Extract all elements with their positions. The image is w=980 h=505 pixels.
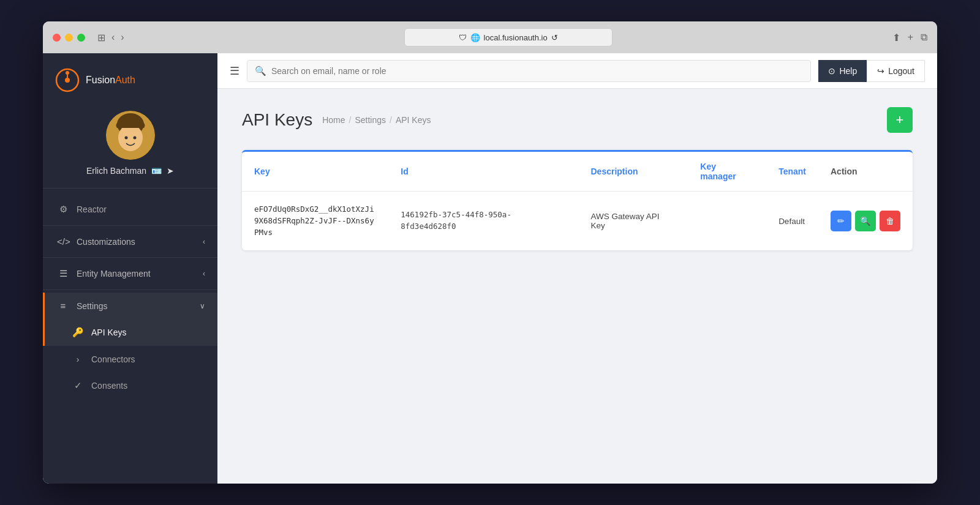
- browser-controls: ⊞ ‹ ›: [97, 32, 124, 43]
- table-header: Key Id Description Key manager Tenant Ac…: [242, 152, 913, 192]
- browser-toolbar: ⊞ ‹ › 🛡 🌐 local.fusionauth.io ↺ ⬆ + ⧉: [43, 21, 937, 53]
- add-icon: +: [896, 112, 904, 128]
- nav-divider-top: [43, 188, 217, 189]
- top-bar: ☰ 🔍 ⊙ Help ↪ Logout: [217, 53, 937, 89]
- svg-point-8: [124, 137, 127, 140]
- sidebar-item-entity-management[interactable]: ☰ Entity Management ‹: [43, 260, 217, 287]
- nav-divider-1: [43, 225, 217, 226]
- edit-icon: ✏: [837, 216, 845, 226]
- settings-arrow-icon: ∨: [200, 302, 205, 310]
- key-value: eFO7dUq0RsDxG2__dkX1otXzJi9X68dSFRqph2Z-…: [254, 204, 376, 238]
- sidebar-item-connectors[interactable]: › Connectors: [43, 346, 217, 372]
- sidebar-item-api-keys[interactable]: 🔑 API Keys: [43, 319, 217, 346]
- logout-icon: ↪: [877, 66, 884, 76]
- url-text: local.fusionauth.io: [484, 33, 548, 42]
- key-cell: eFO7dUq0RsDxG2__dkX1otXzJi9X68dSFRqph2Z-…: [242, 192, 388, 251]
- svg-point-9: [133, 137, 136, 140]
- new-tab-btn[interactable]: +: [908, 32, 913, 43]
- nav-divider-3: [43, 290, 217, 290]
- help-button[interactable]: ⊙ Help: [818, 60, 867, 82]
- back-btn[interactable]: ‹: [111, 32, 115, 43]
- address-bar[interactable]: 🛡 🌐 local.fusionauth.io ↺: [404, 28, 612, 47]
- forward-btn[interactable]: ›: [121, 32, 124, 43]
- user-section: Erlich Bachman 🪪 ➤: [43, 105, 217, 185]
- logo-auth: Auth: [115, 75, 135, 85]
- avatar-svg: [106, 111, 155, 160]
- browser-actions: ⬆ + ⧉: [892, 32, 927, 43]
- table-row: eFO7dUq0RsDxG2__dkX1otXzJi9X68dSFRqph2Z-…: [242, 192, 913, 251]
- api-keys-table-card: Key Id Description Key manager Tenant Ac…: [242, 150, 913, 250]
- logo-text: FusionAuth: [86, 75, 135, 86]
- sidebar-item-reactor-label: Reactor: [77, 204, 107, 214]
- id-value: 146192fb-37c5-44f8-950a-8fd3e4d628f0: [401, 209, 566, 233]
- api-keys-table: Key Id Description Key manager Tenant Ac…: [242, 152, 913, 250]
- page-title-area: API Keys Home / Settings / API Keys: [242, 110, 431, 130]
- breadcrumb-sep-2: /: [390, 115, 392, 125]
- sidebar-item-entity-management-label: Entity Management: [77, 269, 151, 279]
- close-traffic-light[interactable]: [53, 34, 61, 42]
- logout-label: Logout: [888, 66, 914, 76]
- share-btn[interactable]: ⬆: [892, 32, 900, 43]
- sidebar-toggle-browser-btn[interactable]: ⊞: [97, 32, 105, 43]
- main-content: ☰ 🔍 ⊙ Help ↪ Logout: [217, 53, 937, 484]
- sidebar-item-reactor[interactable]: ⚙ Reactor: [43, 196, 217, 223]
- top-bar-actions: ⊙ Help ↪ Logout: [818, 60, 925, 82]
- search-input[interactable]: [271, 66, 803, 76]
- svg-point-2: [66, 71, 69, 75]
- sidebar: FusionAuth: [43, 53, 217, 484]
- search-icon: 🔍: [255, 65, 266, 77]
- edit-button[interactable]: ✏: [831, 211, 851, 231]
- sidebar-item-consents[interactable]: ✓ Consents: [43, 372, 217, 399]
- id-cell: 146192fb-37c5-44f8-950a-8fd3e4d628f0: [388, 192, 578, 251]
- minimize-traffic-light[interactable]: [65, 34, 73, 42]
- address-bar-area: 🛡 🌐 local.fusionauth.io ↺: [132, 28, 885, 47]
- breadcrumb-current: API Keys: [396, 115, 431, 125]
- customizations-arrow-icon: ‹: [203, 238, 205, 246]
- user-nav-icon: ➤: [167, 166, 174, 176]
- col-header-id: Id: [388, 152, 578, 192]
- page-title: API Keys: [242, 110, 312, 130]
- tabs-btn[interactable]: ⧉: [921, 32, 927, 43]
- delete-button[interactable]: 🗑: [880, 211, 900, 231]
- shield-icon: 🛡: [459, 33, 467, 42]
- refresh-icon[interactable]: ↺: [551, 33, 558, 42]
- breadcrumb-home: Home: [322, 115, 345, 125]
- customizations-icon: </>: [57, 236, 69, 247]
- add-api-key-button[interactable]: +: [887, 107, 913, 133]
- user-name: Erlich Bachman: [86, 166, 146, 176]
- col-header-description: Description: [579, 152, 688, 192]
- user-name-row: Erlich Bachman 🪪 ➤: [86, 166, 174, 176]
- fusionauth-logo-icon: [55, 68, 80, 92]
- logout-button[interactable]: ↪ Logout: [867, 60, 925, 82]
- sidebar-item-settings[interactable]: ≡ Settings ∨: [43, 293, 217, 319]
- settings-icon: ≡: [57, 301, 69, 311]
- help-circle-icon: ⊙: [828, 66, 835, 76]
- menu-icon[interactable]: ☰: [230, 64, 239, 78]
- consents-icon: ✓: [72, 380, 84, 391]
- breadcrumb-settings: Settings: [355, 115, 386, 125]
- col-header-action: Action: [818, 152, 913, 192]
- entity-management-icon: ☰: [57, 268, 69, 279]
- svg-point-7: [120, 128, 141, 150]
- logo-fusion: Fusion: [86, 75, 115, 85]
- view-button[interactable]: 🔍: [855, 211, 876, 231]
- sidebar-item-settings-label: Settings: [77, 301, 108, 311]
- sidebar-item-customizations[interactable]: </> Customizations ‹: [43, 228, 217, 255]
- page-content: API Keys Home / Settings / API Keys +: [217, 89, 937, 484]
- col-header-key: Key: [242, 152, 388, 192]
- user-id-icon: 🪪: [151, 166, 162, 176]
- avatar: [106, 111, 155, 160]
- col-header-tenant: Tenant: [766, 152, 818, 192]
- magnify-icon: 🔍: [860, 216, 870, 226]
- traffic-lights: [53, 34, 85, 42]
- table-body: eFO7dUq0RsDxG2__dkX1otXzJi9X68dSFRqph2Z-…: [242, 192, 913, 251]
- tenant-cell: Default: [766, 192, 818, 251]
- app-container: FusionAuth: [43, 53, 937, 484]
- svg-point-1: [65, 78, 70, 83]
- action-cell: ✏ 🔍 🗑: [818, 192, 913, 251]
- api-keys-icon: 🔑: [72, 327, 84, 338]
- sidebar-item-customizations-label: Customizations: [77, 237, 135, 247]
- maximize-traffic-light[interactable]: [77, 34, 85, 42]
- help-label: Help: [839, 66, 857, 76]
- action-buttons: ✏ 🔍 🗑: [831, 211, 900, 231]
